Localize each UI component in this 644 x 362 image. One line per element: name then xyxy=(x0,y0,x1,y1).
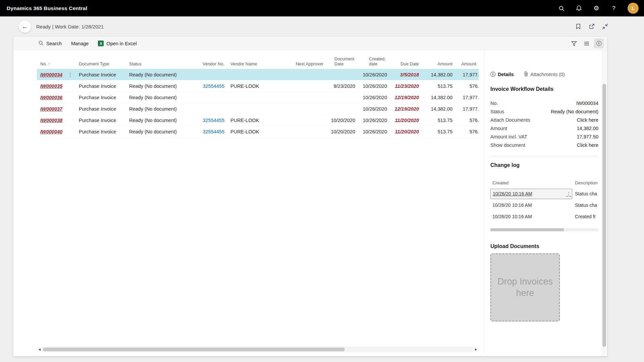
attach-documents-link[interactable]: Click here xyxy=(577,117,598,123)
changelog-row[interactable]: 10/26/20 10:16 AM Created fr xyxy=(490,211,598,222)
back-button[interactable]: ← xyxy=(19,20,31,33)
open-in-new-window-icon[interactable] xyxy=(588,23,595,30)
vendor-link[interactable]: 32554455 xyxy=(203,118,224,123)
table-row[interactable]: IW000035 Purchase Invoice Ready (No docu… xyxy=(37,80,479,92)
search-label: Search xyxy=(46,41,62,46)
search-icon xyxy=(38,40,44,47)
column-header-amount-incl-vat[interactable]: Amount xyxy=(455,61,479,66)
cell-created-date: 10/26/2020 xyxy=(358,118,390,123)
cell-no: IW000035 xyxy=(37,83,76,89)
column-header-document-type[interactable]: Document Type xyxy=(76,61,126,66)
settings-gear-icon[interactable]: ⚙ xyxy=(593,5,600,12)
factbox-title: Invoice Workflow Details xyxy=(490,86,598,92)
search-icon[interactable] xyxy=(558,5,565,12)
show-document-link[interactable]: Click here xyxy=(577,142,598,148)
field-label-show-document: Show document xyxy=(490,142,525,148)
search-list-button[interactable]: Search xyxy=(38,40,62,47)
column-header-no[interactable]: No.↑ xyxy=(37,61,76,66)
table-row[interactable]: IW000040 Purchase Invoice Ready (No docu… xyxy=(37,126,479,137)
cell-vendor-no: 32554455 xyxy=(197,83,227,89)
cell-amount-incl-vat: 576.00 xyxy=(455,83,479,89)
cell-created-date: 10/26/2020 xyxy=(358,95,390,100)
cell-vendor-name: PURE-LOOK xyxy=(227,118,287,123)
manage-label: Manage xyxy=(71,41,89,46)
invoice-link[interactable]: IW000038 xyxy=(40,118,62,123)
cell-created-date: 10/26/2020 xyxy=(358,83,390,89)
horizontal-scroll-track[interactable] xyxy=(42,347,473,352)
cell-created-date: 10/26/2020 xyxy=(358,106,390,112)
cell-due-date: 12/19/2020 xyxy=(390,106,422,112)
filter-icon[interactable] xyxy=(569,39,579,48)
factbox-invoice-link[interactable]: IW000034 xyxy=(576,101,598,106)
horizontal-scrollbar[interactable] xyxy=(37,347,479,352)
changelog-created: 10/26/20 10:16 AM xyxy=(490,214,572,219)
cell-vendor-name: PURE-LOOK xyxy=(227,83,287,89)
invoice-link[interactable]: IW000040 xyxy=(40,129,62,134)
vertical-scrollbar[interactable] xyxy=(601,50,607,356)
sort-ascending-icon: ↑ xyxy=(48,62,50,66)
vendor-link[interactable]: 32554455 xyxy=(203,129,224,134)
scroll-left-arrow[interactable] xyxy=(37,347,42,352)
changelog-row[interactable]: 10/26/20 10:16 AM ⋮ Status cha xyxy=(490,188,598,199)
invoice-link[interactable]: IW000035 xyxy=(40,83,62,89)
tab-attachments[interactable]: Attachments (0) xyxy=(524,71,565,77)
field-label-amount: Amount xyxy=(490,126,507,131)
column-header-status[interactable]: Status xyxy=(126,61,197,66)
open-in-excel-button[interactable]: X Open in Excel xyxy=(98,41,137,46)
changelog-row[interactable]: 10/26/20 10:16 AM Status cha xyxy=(490,199,598,211)
field-value-amount: 14,382.00 xyxy=(577,126,598,131)
cell-document-date: 9/23/2020 xyxy=(326,83,358,89)
help-icon[interactable]: ? xyxy=(610,5,618,12)
invoice-link[interactable]: IW000034 xyxy=(40,72,62,77)
column-header-created-date[interactable]: Created, date xyxy=(358,56,390,66)
toggle-factbox-info-icon[interactable]: i xyxy=(594,39,604,48)
vertical-scroll-thumb[interactable] xyxy=(602,84,606,347)
table-row[interactable]: IW000037 Purchase Invoice Ready (No docu… xyxy=(37,103,479,115)
paperclip-icon xyxy=(524,71,528,77)
bookmark-icon[interactable] xyxy=(575,23,582,30)
cell-status: Ready (No document) xyxy=(126,106,197,112)
notifications-bell-icon[interactable] xyxy=(575,5,583,12)
table-row[interactable]: IW000038 Purchase Invoice Ready (No docu… xyxy=(37,115,479,126)
vendor-link[interactable]: 32554455 xyxy=(203,83,224,89)
column-header-vendor-name[interactable]: Vendor Name xyxy=(227,61,287,66)
info-icon: i xyxy=(490,72,495,77)
table-row[interactable]: IW000036 Purchase Invoice Ready (No docu… xyxy=(37,92,479,103)
action-toolbar: Search Manage X Open in Excel i xyxy=(13,37,607,50)
user-avatar[interactable]: L xyxy=(628,3,639,14)
row-kebab-icon[interactable]: ⋮ xyxy=(68,72,73,77)
field-label-status: Status xyxy=(490,109,504,114)
column-header-amount[interactable]: Amount xyxy=(422,61,455,66)
cell-vendor-no: 32554455 xyxy=(197,129,227,134)
divider xyxy=(490,156,598,156)
cell-due-date: 12/19/2020 xyxy=(390,95,422,100)
list-view-icon[interactable] xyxy=(582,39,591,48)
cell-status: Ready (No document) xyxy=(126,95,197,100)
changelog-created: 10/26/20 10:16 AM xyxy=(490,202,572,208)
horizontal-scroll-thumb[interactable] xyxy=(43,348,345,351)
column-header-vendor-no[interactable]: Vendor No. xyxy=(197,61,227,66)
changelog-horizontal-scrollbar[interactable] xyxy=(490,228,598,231)
column-header-document-date[interactable]: Document Date xyxy=(326,56,358,66)
changelog-created-link[interactable]: 10/26/20 10:16 AM ⋮ xyxy=(490,189,572,199)
tab-details[interactable]: i Details xyxy=(490,72,514,77)
column-header-due-date[interactable]: Due Date xyxy=(390,61,422,66)
collapse-icon[interactable] xyxy=(602,23,608,30)
scroll-right-arrow[interactable] xyxy=(473,347,479,352)
manage-button[interactable]: Manage xyxy=(71,41,89,46)
changelog-scroll-thumb[interactable] xyxy=(490,228,564,231)
cell-amount: 513.75 xyxy=(422,129,455,134)
column-header-next-approver[interactable]: Next Approver xyxy=(287,61,326,66)
invoice-link[interactable]: IW000036 xyxy=(40,95,62,100)
table-row[interactable]: IW000034 ⋮ Purchase Invoice Ready (No do… xyxy=(37,69,479,80)
row-kebab-icon[interactable]: ⋮ xyxy=(566,191,572,196)
factbox-fields: No. IW000034 Status Ready (No document) … xyxy=(490,99,598,149)
cell-document-type: Purchase Invoice xyxy=(76,72,126,77)
cell-amount-incl-vat: 17,977.50 xyxy=(455,72,479,77)
drop-invoices-dropzone[interactable]: Drop Invoices here xyxy=(490,253,560,321)
cell-document-date: 10/20/2020 xyxy=(326,129,358,134)
invoice-link[interactable]: IW000037 xyxy=(40,106,62,112)
cell-status: Ready (No document) xyxy=(126,129,197,134)
cell-amount-incl-vat: 17,977.50 xyxy=(455,106,479,112)
cell-vendor-no: 32554455 xyxy=(197,118,227,123)
